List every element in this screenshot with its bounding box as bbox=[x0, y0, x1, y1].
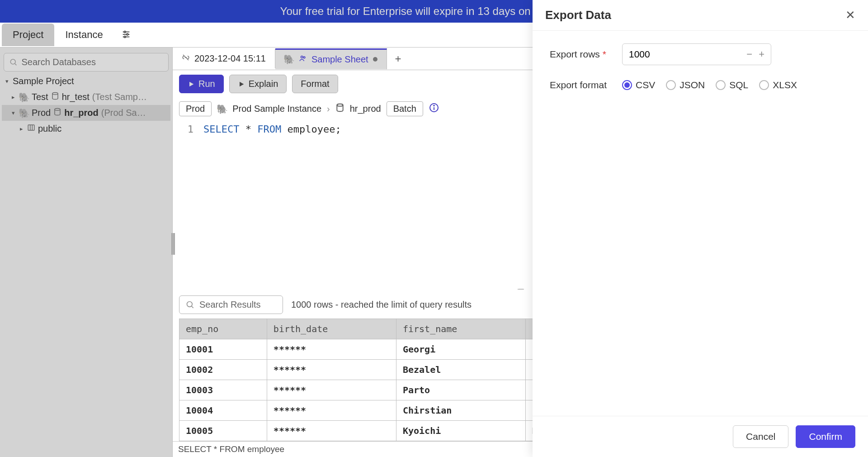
cancel-button[interactable]: Cancel bbox=[733, 425, 788, 448]
svg-line-21 bbox=[192, 306, 193, 308]
instance-name[interactable]: Prod Sample Instance bbox=[232, 104, 321, 114]
play-outline-icon bbox=[238, 81, 245, 88]
format-label: XLSX bbox=[773, 80, 797, 90]
rows-value-input[interactable] bbox=[629, 49, 710, 60]
table-cell: ****** bbox=[267, 380, 396, 400]
radio-icon bbox=[622, 80, 632, 90]
run-label: Run bbox=[198, 79, 215, 89]
file-tab-timestamp[interactable]: 2023-12-04 15:11 bbox=[173, 49, 275, 68]
caret-down-icon: ▾ bbox=[4, 78, 10, 85]
run-button[interactable]: Run bbox=[179, 75, 224, 93]
radio-icon bbox=[759, 80, 769, 90]
file-tab-label: 2023-12-04 15:11 bbox=[194, 53, 266, 64]
svg-point-8 bbox=[52, 93, 58, 95]
caret-right-icon: ▸ bbox=[10, 94, 16, 100]
column-header[interactable]: first_name bbox=[396, 319, 525, 339]
postgres-icon: 🐘 bbox=[19, 108, 29, 118]
info-icon[interactable] bbox=[429, 102, 439, 115]
svg-point-6 bbox=[10, 59, 15, 64]
database-icon bbox=[53, 108, 61, 118]
close-icon[interactable]: ✕ bbox=[845, 8, 855, 22]
search-icon bbox=[186, 300, 195, 309]
chevron-right-icon: › bbox=[327, 104, 330, 114]
svg-rect-10 bbox=[28, 125, 34, 130]
export-footer: Cancel Confirm bbox=[533, 416, 868, 457]
svg-point-14 bbox=[301, 56, 303, 58]
table-cell: 10005 bbox=[179, 421, 267, 441]
table-cell: 10004 bbox=[179, 400, 267, 421]
table-cell: ****** bbox=[267, 339, 396, 360]
tree-secondary: (Prod Sa… bbox=[101, 108, 146, 118]
results-search[interactable] bbox=[179, 295, 283, 314]
unsaved-indicator bbox=[373, 57, 377, 62]
caret-down-icon: ▾ bbox=[10, 109, 16, 116]
radio-icon bbox=[716, 80, 726, 90]
export-header: Export Data ✕ bbox=[533, 0, 868, 31]
settings-icon[interactable] bbox=[118, 26, 135, 44]
table-cell: Georgi bbox=[396, 339, 525, 360]
svg-point-16 bbox=[337, 104, 343, 106]
decrement-button[interactable]: − bbox=[746, 48, 752, 60]
format-label: JSON bbox=[679, 80, 705, 90]
play-icon bbox=[188, 81, 195, 88]
svg-point-9 bbox=[55, 109, 60, 111]
search-databases[interactable] bbox=[4, 53, 169, 71]
export-body: Export rows * − + Export format CSVJSONS… bbox=[533, 31, 868, 416]
file-tab-sample-sheet[interactable]: 🐘 Sample Sheet bbox=[275, 48, 387, 69]
format-option-csv[interactable]: CSV bbox=[622, 80, 655, 90]
caret-right-icon: ▸ bbox=[18, 125, 24, 132]
export-rows-label: Export rows * bbox=[550, 49, 613, 60]
results-summary: 1000 rows - reached the limit of query r… bbox=[291, 300, 472, 310]
tree-secondary: (Test Samp… bbox=[92, 92, 147, 102]
confirm-button[interactable]: Confirm bbox=[796, 425, 855, 448]
add-tab-button[interactable]: + bbox=[387, 48, 410, 70]
tab-project[interactable]: Project bbox=[2, 24, 54, 46]
format-option-sql[interactable]: SQL bbox=[716, 80, 748, 90]
format-label: SQL bbox=[729, 80, 748, 90]
vertical-split-handle[interactable] bbox=[171, 233, 175, 255]
table-cell: Kyoichi bbox=[396, 421, 525, 441]
export-title: Export Data bbox=[545, 8, 611, 22]
format-option-xlsx[interactable]: XLSX bbox=[759, 80, 797, 90]
batch-badge[interactable]: Batch bbox=[387, 101, 423, 116]
search-icon bbox=[9, 58, 18, 67]
link-off-icon bbox=[182, 53, 190, 64]
tab-instance[interactable]: Instance bbox=[54, 24, 113, 46]
postgres-icon: 🐘 bbox=[284, 54, 294, 64]
db-name[interactable]: hr_prod bbox=[350, 104, 381, 114]
tree-item-prod[interactable]: ▾ 🐘 Prod hr_prod (Prod Sa… bbox=[2, 105, 170, 121]
table-cell: 10003 bbox=[179, 380, 267, 400]
database-icon bbox=[51, 92, 59, 102]
export-rows-input[interactable]: − + bbox=[622, 43, 771, 65]
column-header[interactable]: emp_no bbox=[179, 319, 267, 339]
tree-item-test[interactable]: ▸ 🐘 Test hr_test (Test Samp… bbox=[2, 89, 170, 105]
users-icon bbox=[299, 54, 307, 65]
explain-button[interactable]: Explain bbox=[229, 75, 287, 93]
format-button[interactable]: Format bbox=[292, 75, 338, 93]
tree-schema[interactable]: ▸ public bbox=[2, 121, 170, 137]
svg-point-17 bbox=[430, 104, 438, 112]
tree-env-label: Test bbox=[32, 92, 48, 102]
file-tab-label: Sample Sheet bbox=[311, 54, 368, 65]
tree-db-label: hr_test bbox=[62, 92, 90, 102]
svg-point-4 bbox=[127, 33, 128, 35]
table-cell: Chirstian bbox=[396, 400, 525, 421]
svg-point-15 bbox=[303, 56, 305, 58]
env-badge[interactable]: Prod bbox=[179, 101, 212, 116]
search-databases-input[interactable] bbox=[21, 57, 163, 67]
increment-button[interactable]: + bbox=[759, 48, 764, 60]
radio-icon bbox=[666, 80, 676, 90]
svg-point-5 bbox=[124, 36, 126, 38]
svg-point-20 bbox=[187, 301, 193, 307]
format-option-json[interactable]: JSON bbox=[666, 80, 705, 90]
tree-db-label: hr_prod bbox=[64, 108, 99, 118]
svg-line-13 bbox=[183, 55, 189, 60]
format-radio-group: CSVJSONSQLXLSX bbox=[622, 80, 797, 90]
results-search-input[interactable] bbox=[199, 300, 276, 310]
table-cell: Bezalel bbox=[396, 360, 525, 380]
sidebar: ▾ Sample Project ▸ 🐘 Test hr_test (Test … bbox=[0, 48, 173, 457]
database-icon bbox=[335, 103, 344, 114]
tree-root[interactable]: ▾ Sample Project bbox=[2, 73, 170, 89]
column-header[interactable]: birth_date bbox=[267, 319, 396, 339]
export-panel: Export Data ✕ Export rows * − + Export f… bbox=[533, 0, 868, 457]
